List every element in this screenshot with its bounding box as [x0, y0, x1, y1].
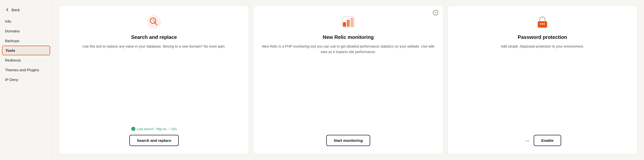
help-icon[interactable]: ? [433, 10, 438, 15]
sidebar-item-ip-deny[interactable]: IP Deny [0, 75, 52, 84]
status-text: Last search: "http://k..." (35) [137, 127, 177, 131]
search-replace-card: 🔍 Search and replace Use this tool to re… [60, 6, 248, 154]
sidebar-item-tools[interactable]: Tools [2, 46, 50, 55]
sidebar-item-domains[interactable]: Domains [0, 26, 52, 36]
search-replace-icon: 🔍 [146, 14, 162, 30]
svg-point-13 [544, 23, 545, 25]
search-replace-svg: 🔍 [146, 14, 162, 30]
password-protection-card: Password protection Add simple .htpasswd… [448, 6, 637, 154]
sidebar-item-backups[interactable]: Backups [0, 36, 52, 46]
enable-button[interactable]: Enable [534, 135, 561, 146]
password-protection-icon [534, 14, 550, 30]
enable-row: → Enable [524, 135, 561, 146]
back-button[interactable]: Back [0, 5, 52, 16]
new-relic-svg [341, 15, 356, 29]
search-replace-status: ✓ Last search: "http://k..." (35) [131, 127, 177, 131]
search-replace-description: Use this tool to replace any value in yo… [82, 44, 226, 122]
new-relic-title: New Relic monitoring [323, 34, 374, 40]
sidebar-item-redirects[interactable]: Redirects [0, 55, 52, 65]
svg-rect-7 [347, 20, 350, 27]
password-protection-description: Add simple .htpasswd protection to your … [501, 44, 584, 130]
svg-point-11 [540, 23, 542, 25]
sidebar-item-label: Redirects [5, 58, 21, 62]
sidebar-item-label: Tools [6, 48, 15, 53]
search-replace-button[interactable]: Search and replace [129, 135, 179, 146]
check-circle-icon: ✓ [131, 127, 135, 131]
new-relic-description: New Relic is a PHP monitoring tool you c… [260, 44, 436, 130]
password-protection-title: Password protection [518, 34, 567, 40]
start-monitoring-button[interactable]: Start monitoring [326, 135, 370, 146]
arrow-right-icon: → [524, 137, 530, 144]
arrow-left-icon [5, 7, 10, 12]
sidebar-item-info[interactable]: Info [0, 16, 52, 26]
svg-point-12 [542, 23, 543, 25]
lock-svg [535, 15, 550, 29]
back-label: Back [12, 8, 20, 12]
sidebar-item-themes-plugins[interactable]: Themes and Plugins [0, 65, 52, 75]
sidebar-item-label: Themes and Plugins [5, 68, 39, 72]
sidebar-item-label: Backups [5, 39, 20, 43]
svg-rect-8 [350, 18, 354, 27]
sidebar-item-label: Domains [5, 29, 20, 33]
search-replace-title: Search and replace [131, 34, 177, 40]
main-content: 🔍 Search and replace Use this tool to re… [52, 0, 644, 160]
sidebar-item-label: IP Deny [5, 78, 18, 82]
new-relic-icon [340, 14, 356, 30]
new-relic-card: ? New Relic monitoring New Relic is a PH… [254, 6, 443, 154]
svg-rect-6 [343, 22, 346, 27]
sidebar-item-label: Info [5, 19, 11, 23]
svg-text:🔍: 🔍 [152, 19, 155, 22]
sidebar: Back Info Domains Backups Tools Redirect… [0, 0, 52, 160]
